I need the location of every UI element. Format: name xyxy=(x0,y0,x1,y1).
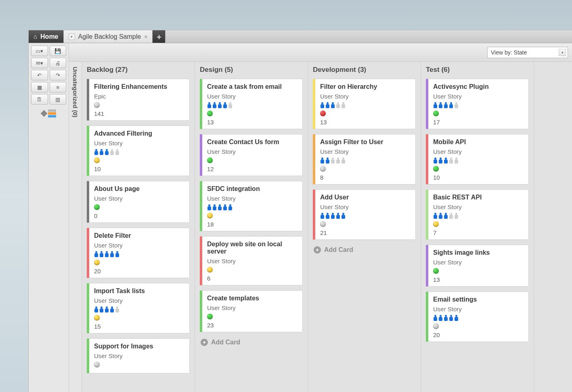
board-card[interactable]: Filter on HierarchyUser Story13 xyxy=(313,79,416,129)
card-footer xyxy=(207,157,298,163)
close-icon[interactable]: × xyxy=(144,34,147,40)
grid-button[interactable]: ▦ xyxy=(31,82,48,92)
card-points: 8 xyxy=(320,174,411,181)
tab-add-button[interactable]: ＋ xyxy=(153,30,166,43)
calendar-icon: 🗓 xyxy=(37,96,42,103)
uncategorized-strip[interactable]: Uncategorized (0) xyxy=(69,62,82,392)
sliders-button[interactable]: ≡ xyxy=(50,82,67,92)
person-icon xyxy=(444,157,448,164)
card-footer xyxy=(94,362,184,367)
person-icon xyxy=(223,204,227,210)
person-icon xyxy=(454,213,459,219)
card-points: 10 xyxy=(94,166,184,172)
board-card[interactable]: Basic REST APIUser Story7 xyxy=(426,189,529,240)
board-card[interactable]: Advanced FilteringUser Story10 xyxy=(87,126,190,176)
status-dot xyxy=(94,102,100,108)
person-icon xyxy=(444,102,448,108)
board-card[interactable]: Support for ImagesUser Story xyxy=(87,338,190,373)
undo-button[interactable]: ↶ xyxy=(31,70,48,80)
card-title: Filtering Enhancements xyxy=(94,83,184,90)
board-card[interactable]: Activesync PluginUser Story17 xyxy=(426,79,529,129)
card-people xyxy=(94,306,184,312)
board-card[interactable]: SFDC integrationUser Story18 xyxy=(200,181,303,231)
board-card[interactable]: Import Task listsUser Story15 xyxy=(87,283,190,333)
board-card[interactable]: Add UserUser Story21 xyxy=(313,189,416,240)
person-icon xyxy=(212,102,217,108)
board-column: Backlog (27)Filtering EnhancementsEpic14… xyxy=(82,62,195,392)
board-card[interactable]: Create templatesUser Story23 xyxy=(200,290,303,332)
board-card[interactable]: Create a task from emailUser Story13 xyxy=(200,79,303,129)
board-card[interactable]: Mobile APIUser Story10 xyxy=(426,134,529,184)
calendar-button[interactable]: 🗓 xyxy=(31,94,48,105)
card-people xyxy=(320,102,411,108)
add-card-button[interactable]: +Add Card xyxy=(200,337,303,348)
card-footer xyxy=(320,166,411,172)
status-dot xyxy=(207,157,213,163)
person-icon xyxy=(115,149,119,155)
new-button[interactable]: ▭▾ xyxy=(31,46,48,56)
stack-icon xyxy=(48,109,56,117)
board-card[interactable]: Deploy web site on local serverUser Stor… xyxy=(200,236,303,285)
card-footer xyxy=(320,111,411,116)
card-title: Email settings xyxy=(433,296,524,303)
board-card[interactable]: Create Contact Us formUser Story12 xyxy=(200,134,303,176)
card-title: Delete Filter xyxy=(94,232,184,239)
card-footer xyxy=(433,111,524,116)
tabs-bar: ⌂ Home ▾ Agile Backlog Sample × ＋ xyxy=(29,30,572,43)
board-card[interactable]: Filtering EnhancementsEpic141 xyxy=(87,79,190,121)
person-icon xyxy=(105,149,109,155)
card-type: User Story xyxy=(433,203,524,210)
tab-dropdown-icon[interactable]: ▾ xyxy=(69,34,75,40)
person-icon xyxy=(444,315,448,321)
card-points: 141 xyxy=(94,110,184,117)
card-footer xyxy=(433,221,524,227)
board-card[interactable]: Sights image linksUser Story13 xyxy=(426,245,529,287)
card-title: About Us page xyxy=(94,185,184,193)
print-button[interactable]: 🖨 xyxy=(50,58,67,68)
app-window: ⌂ Home ▾ Agile Backlog Sample × ＋ ▭▾ 💾 ✉… xyxy=(28,30,572,392)
undo-icon: ↶ xyxy=(37,72,42,78)
card-footer xyxy=(433,166,524,172)
person-icon xyxy=(115,306,119,312)
card-points: 21 xyxy=(320,229,411,236)
board-card[interactable]: Assign Filter to UserUser Story8 xyxy=(313,134,416,184)
card-title: Advanced Filtering xyxy=(94,130,184,137)
mail-button[interactable]: ✉▾ xyxy=(31,58,48,68)
column-header: Development (3) xyxy=(313,66,416,74)
board-column: Development (3)Filter on HierarchyUser S… xyxy=(308,62,421,392)
kanban-button[interactable]: ▥ xyxy=(50,94,67,105)
status-dot xyxy=(433,323,439,329)
person-icon xyxy=(433,102,438,108)
save-button[interactable]: 💾 xyxy=(50,46,67,56)
person-icon xyxy=(454,157,459,164)
card-title: Filter on Hierarchy xyxy=(320,83,411,90)
view-by-select[interactable]: View by: State ▾ xyxy=(487,47,568,58)
redo-button[interactable]: ↷ xyxy=(50,70,67,80)
board-column: Test (6)Activesync PluginUser Story17Mob… xyxy=(421,62,534,392)
add-card-button[interactable]: +Add Card xyxy=(313,245,416,255)
board-card[interactable]: About Us pageUser Story0 xyxy=(87,181,190,223)
card-title: Create Contact Us form xyxy=(207,138,298,146)
card-type: User Story xyxy=(320,93,411,100)
card-type: User Story xyxy=(207,195,298,202)
board-card[interactable]: Email settingsUser Story20 xyxy=(426,291,529,342)
person-icon xyxy=(212,204,217,210)
chevron-down-icon: ▾ xyxy=(559,49,566,56)
tab-document[interactable]: ▾ Agile Backlog Sample × xyxy=(64,30,153,43)
sliders-icon: ≡ xyxy=(56,84,59,90)
card-points: 13 xyxy=(320,119,411,126)
card-footer xyxy=(433,323,524,329)
tab-home[interactable]: ⌂ Home xyxy=(29,30,64,43)
person-icon xyxy=(336,213,340,219)
person-icon xyxy=(331,102,335,108)
card-type: Epic xyxy=(94,93,184,100)
card-type: User Story xyxy=(433,148,524,155)
status-dot xyxy=(433,166,439,172)
person-icon xyxy=(449,102,453,108)
person-icon xyxy=(341,157,346,164)
board-card[interactable]: Delete FilterUser Story20 xyxy=(87,228,190,278)
card-footer xyxy=(207,111,298,116)
plus-circle-icon: + xyxy=(201,339,208,346)
plus-icon: ＋ xyxy=(155,32,163,42)
person-icon xyxy=(433,315,438,321)
